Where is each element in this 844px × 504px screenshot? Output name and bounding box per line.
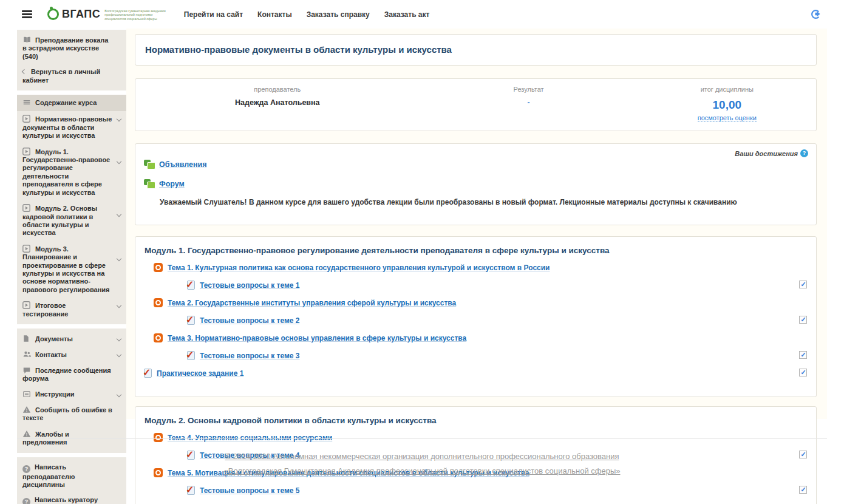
- discipline-total-value[interactable]: 10,00: [648, 98, 806, 112]
- chevron-down-icon[interactable]: [117, 336, 121, 341]
- quiz-link[interactable]: Тестовые вопросы к теме 1: [200, 281, 299, 290]
- forum-link[interactable]: Форум: [159, 180, 185, 188]
- footer-organization-link[interactable]: © 2014-2020 Автономная некоммерческая ор…: [225, 449, 619, 464]
- chevron-down-icon[interactable]: [117, 352, 121, 357]
- sidebar-item-latest-forum-messages[interactable]: Последние сообщения форума: [17, 363, 126, 387]
- quiz-row: Тестовые вопросы к теме 5: [187, 485, 808, 495]
- sidebar-item-module-1[interactable]: Модуль 1. Государственно-правовое регули…: [17, 144, 126, 200]
- view-grades-link[interactable]: посмотреть оценки: [698, 114, 757, 122]
- warning-icon: [22, 430, 32, 438]
- footer-divider: [17, 438, 827, 439]
- sidebar: Преподавание вокала в эстрадном искусств…: [17, 30, 126, 419]
- chevron-down-icon[interactable]: [117, 392, 121, 397]
- warning-icon: [22, 406, 32, 414]
- announcements-row: Объявления: [144, 160, 808, 169]
- assignment-row: Практическое задание 1: [144, 368, 808, 378]
- lesson-icon: [154, 433, 163, 442]
- book-icon: [22, 36, 32, 44]
- chevron-down-icon[interactable]: [117, 117, 121, 121]
- logout-icon[interactable]: [811, 9, 821, 19]
- course-summary-box: преподаватель Надежда Анатольевна Резуль…: [135, 78, 817, 131]
- sidebar-item-label: Вернуться в личный кабинет: [22, 68, 100, 83]
- announcements-box: Ваши достижения Объявления Форум Уважаем…: [135, 143, 817, 225]
- sidebar-item-label: Нормативно-правовые документы в области …: [22, 115, 112, 139]
- quiz-row: Тестовые вопросы к теме 2: [187, 315, 808, 325]
- brand-tagline: Волгоградская гуманитарная академия проф…: [104, 8, 166, 21]
- quiz-link[interactable]: Тестовые вопросы к теме 3: [200, 352, 299, 360]
- sidebar-item-label: Содержание курса: [35, 99, 97, 106]
- module-1-title: Модуль 1. Государственно-правовое регули…: [145, 246, 808, 255]
- result-label: Результат: [410, 86, 648, 93]
- completion-checkbox[interactable]: [799, 486, 807, 494]
- hamburger-menu-icon[interactable]: [22, 10, 32, 18]
- result-column: Результат -: [410, 86, 648, 123]
- quiz-row: Тестовые вопросы к теме 1: [187, 280, 808, 290]
- lesson-icon: [154, 298, 163, 307]
- sidebar-item-label: Инструкции: [35, 390, 75, 398]
- top-navigation: Перейти на сайт Контакты Заказать справк…: [184, 10, 430, 19]
- play-square-icon: [22, 301, 32, 309]
- nav-link-go-to-site[interactable]: Перейти на сайт: [184, 10, 243, 19]
- discipline-total-label: итог дисциплины: [648, 86, 806, 93]
- document-icon: [22, 335, 32, 342]
- chevron-down-icon[interactable]: [117, 256, 121, 261]
- sidebar-item-report-text-error[interactable]: Сообщить об ошибке в тексте: [17, 402, 126, 426]
- sidebar-item-final-test[interactable]: Итоговое тестирование: [17, 298, 126, 322]
- brand-logo[interactable]: ВГАПС Волгоградская гуманитарная академи…: [47, 8, 166, 21]
- sidebar-course-title[interactable]: Преподавание вокала в эстрадном искусств…: [17, 32, 126, 64]
- sidebar-item-contacts[interactable]: Контакты: [17, 347, 126, 363]
- sidebar-item-write-curator[interactable]: Написать куратору (администратору): [17, 492, 126, 504]
- announcements-link[interactable]: Объявления: [159, 160, 206, 169]
- lesson-link[interactable]: Тема 1. Культурная политика как основа г…: [168, 264, 550, 272]
- sidebar-item-label: Контакты: [35, 351, 67, 358]
- quiz-link[interactable]: Тестовые вопросы к теме 2: [200, 316, 299, 325]
- teacher-column: преподаватель Надежда Анатольевна: [145, 86, 410, 123]
- achievements-link[interactable]: Ваши достижения: [735, 149, 808, 157]
- completion-checkbox[interactable]: [799, 316, 807, 324]
- lesson-link[interactable]: Тема 2. Государственные институты управл…: [168, 299, 456, 307]
- lesson-link[interactable]: Тема 4. Управление социальными ресурсами: [168, 434, 332, 442]
- brand-tagline-line: специалистов социальной сферы: [104, 17, 166, 21]
- lesson-icon: [154, 333, 163, 342]
- footer-academy-link[interactable]: «Волгоградская Гуманитарная Академия про…: [224, 464, 621, 478]
- quiz-icon: [187, 351, 195, 360]
- brand-logo-icon: [47, 9, 59, 20]
- main-content: Нормативно-правовые документы в области …: [135, 29, 817, 504]
- help-question-icon[interactable]: [800, 149, 808, 157]
- sidebar-item-instructions[interactable]: Инструкции: [17, 387, 126, 402]
- nav-link-order-act[interactable]: Заказать акт: [384, 10, 430, 19]
- sidebar-back-to-cabinet[interactable]: Вернуться в личный кабинет: [17, 64, 126, 88]
- sidebar-item-module-2[interactable]: Модуль 2. Основы кадровой политики в обл…: [17, 200, 126, 241]
- assignment-link[interactable]: Практическое задание 1: [157, 369, 243, 378]
- sidebar-item-label: Преподавание вокала в эстрадном искусств…: [22, 36, 108, 60]
- chevron-down-icon[interactable]: [117, 303, 121, 308]
- chevron-down-icon[interactable]: [117, 212, 121, 217]
- module-1-box: Модуль 1. Государственно-правовое регули…: [135, 236, 817, 397]
- lesson-row: Тема 3. Нормативно-правовые основы управ…: [154, 333, 808, 343]
- sidebar-item-label: Модуль 1. Государственно-правовое регули…: [22, 148, 110, 196]
- sidebar-item-module-3[interactable]: Модуль 3. Планирование и проектирование …: [17, 241, 126, 298]
- achievements-label: Ваши достижения: [735, 150, 798, 157]
- sidebar-item-documents[interactable]: Документы: [17, 331, 126, 347]
- quiz-link[interactable]: Тестовые вопросы к теме 5: [200, 486, 299, 495]
- brand-name: ВГАПС: [62, 8, 100, 21]
- completion-checkbox[interactable]: [799, 281, 807, 288]
- play-square-icon: [22, 148, 32, 155]
- sidebar-item-label: Модуль 2. Основы кадровой политики в обл…: [22, 205, 97, 236]
- sidebar-item-normative-documents[interactable]: Нормативно-правовые документы в области …: [17, 111, 126, 143]
- forum-icon: [144, 160, 155, 169]
- chevron-down-icon[interactable]: [117, 158, 121, 163]
- completion-checkbox[interactable]: [799, 351, 807, 359]
- question-circle-icon: [22, 498, 30, 504]
- teacher-name: Надежда Анатольевна: [145, 98, 410, 107]
- forum-row: Форум: [144, 179, 808, 189]
- sidebar-item-course-contents[interactable]: Содержание курса: [17, 95, 126, 111]
- quiz-icon: [187, 316, 195, 325]
- lesson-link[interactable]: Тема 3. Нормативно-правовые основы управ…: [168, 334, 466, 342]
- footer: © 2014-2020 Автономная некоммерческая ор…: [0, 449, 844, 478]
- nav-link-contacts[interactable]: Контакты: [257, 10, 292, 19]
- sidebar-item-label: Сообщить об ошибке в тексте: [22, 406, 112, 421]
- users-icon: [22, 350, 32, 358]
- completion-checkbox[interactable]: [799, 369, 807, 376]
- nav-link-order-certificate[interactable]: Заказать справку: [307, 10, 370, 19]
